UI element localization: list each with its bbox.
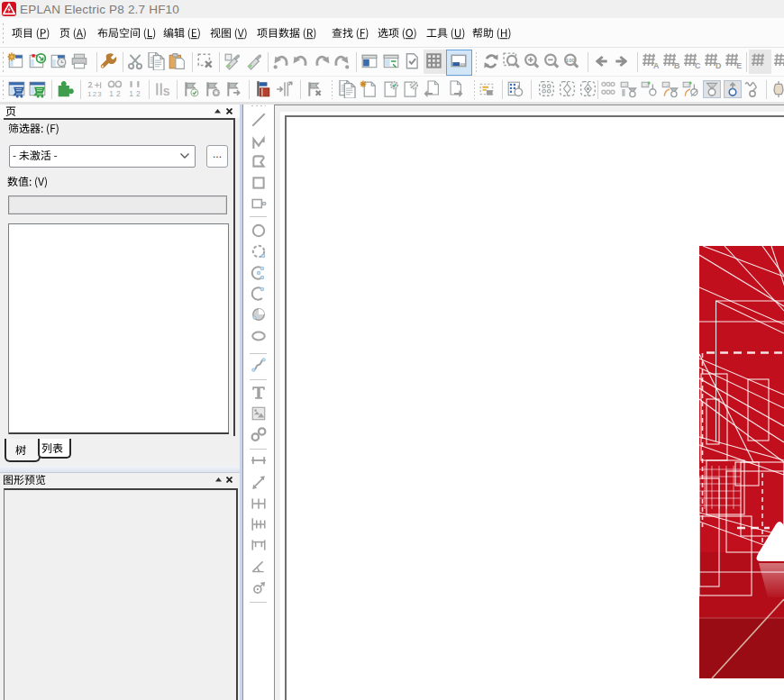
- svg-text:C: C: [695, 61, 701, 70]
- svg-text:A: A: [653, 61, 660, 70]
- svg-text:1: 1: [87, 90, 91, 98]
- svg-text:2: 2: [136, 89, 141, 98]
- svg-text:3: 3: [97, 90, 101, 98]
- svg-text:2: 2: [116, 89, 121, 98]
- svg-text:E: E: [736, 61, 742, 70]
- svg-text:S: S: [163, 86, 169, 97]
- svg-text:D: D: [716, 61, 722, 70]
- svg-text:B: B: [674, 61, 679, 70]
- svg-text:100: 100: [566, 57, 576, 63]
- svg-text:2: 2: [93, 90, 96, 98]
- svg-text:1: 1: [109, 89, 114, 98]
- svg-text:1: 1: [129, 89, 133, 98]
